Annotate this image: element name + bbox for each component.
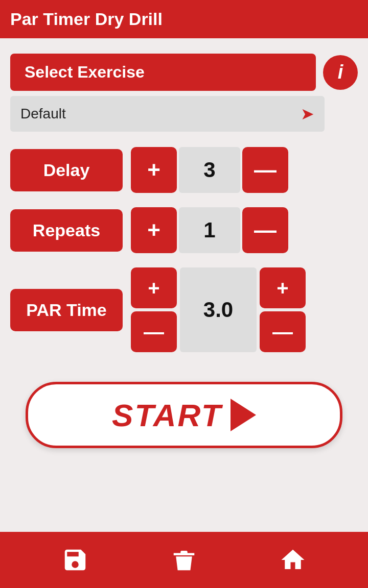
info-button[interactable]: i [323, 55, 358, 90]
info-icon: i [338, 61, 343, 83]
par-time-plus-right-button[interactable]: + [260, 267, 306, 308]
delay-value: 3 [179, 147, 240, 193]
main-content: Select Exercise i Default ➤ Delay + 3 — … [0, 38, 368, 532]
delay-minus-button[interactable]: — [242, 147, 288, 193]
repeats-row: Repeats + 1 — [10, 207, 358, 253]
save-button[interactable] [61, 546, 89, 574]
save-icon [61, 546, 89, 574]
delay-label: Delay [10, 149, 123, 191]
repeats-plus-button[interactable]: + [131, 207, 177, 253]
start-area: START [10, 382, 358, 448]
repeats-value: 1 [179, 207, 240, 253]
repeats-minus-button[interactable]: — [242, 207, 288, 253]
par-time-value: 3.0 [180, 267, 257, 352]
chevron-down-icon: ➤ [301, 104, 314, 124]
dropdown-value: Default [20, 106, 66, 122]
exercise-dropdown[interactable]: Default ➤ [10, 96, 325, 132]
repeats-label: Repeats [10, 209, 123, 252]
par-time-row: PAR Time + — 3.0 + — [10, 267, 358, 352]
app-header: Par Timer Dry Drill [0, 0, 368, 38]
start-button[interactable]: START [26, 382, 342, 448]
select-exercise-row: Select Exercise i [10, 54, 358, 91]
start-arrow-icon [231, 399, 256, 431]
par-time-left-controls: + — [131, 267, 177, 352]
exercise-dropdown-row: Default ➤ [10, 96, 358, 132]
app-title: Par Timer Dry Drill [10, 9, 163, 29]
start-label: START [112, 397, 222, 433]
home-button[interactable] [279, 546, 307, 574]
home-icon [279, 546, 307, 574]
par-time-plus-left-button[interactable]: + [131, 267, 177, 308]
par-time-right-controls: + — [260, 267, 306, 352]
par-time-minus-right-button[interactable]: — [260, 311, 306, 352]
delay-plus-button[interactable]: + [131, 147, 177, 193]
par-time-label: PAR Time [10, 289, 123, 331]
delay-row: Delay + 3 — [10, 147, 358, 193]
delete-button[interactable] [170, 546, 198, 574]
trash-icon [170, 546, 198, 574]
select-exercise-button[interactable]: Select Exercise [10, 54, 316, 91]
footer-bar [0, 532, 368, 588]
par-time-minus-left-button[interactable]: — [131, 311, 177, 352]
